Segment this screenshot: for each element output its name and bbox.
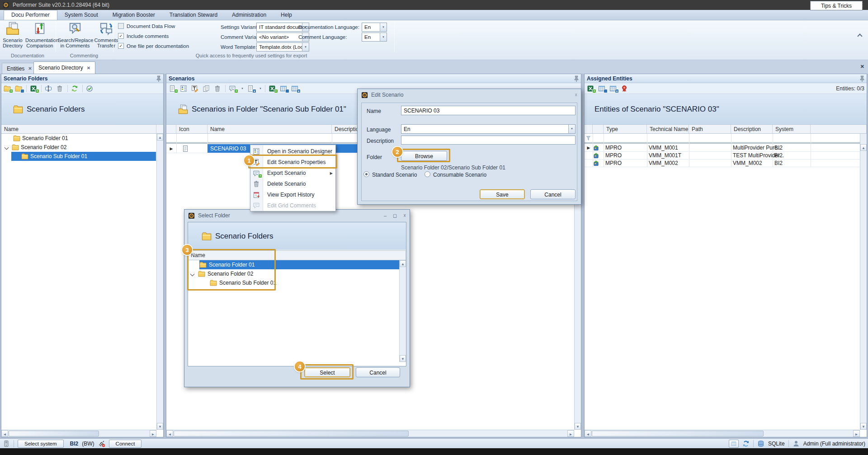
export-excel-button[interactable]: + (587, 84, 595, 92)
tree-item-scenario-folder-01[interactable]: Scenario Folder 01 (1, 134, 156, 143)
chevron-down-icon[interactable]: ▼ (302, 43, 309, 51)
technical-name-column-header[interactable]: Technical Name (647, 125, 689, 133)
vertical-scrollbar[interactable]: ▲ ▼ (860, 134, 867, 430)
tips-and-tricks-button[interactable]: Tips & Tricks (810, 1, 863, 10)
entity-row[interactable]: MPRO VMM_M002 VMM_M002 BI2 (585, 159, 860, 167)
chevron-down-icon[interactable]: ▼ (259, 87, 262, 90)
tab-migration-booster[interactable]: Migration Booster (105, 10, 162, 20)
rename-folder-button[interactable] (45, 84, 53, 92)
menu-open-in-scenario-designer[interactable]: Open in Scenario Designer (250, 146, 335, 157)
validate-button[interactable] (86, 84, 94, 92)
cancel-button[interactable]: Cancel (530, 189, 576, 199)
documentation-comparison-button[interactable]: Documentation Comparison (25, 22, 54, 48)
name-input[interactable]: SCENARIO 03 (401, 106, 576, 115)
scroll-right-icon[interactable]: ► (853, 430, 860, 437)
name-column-header[interactable]: Name (188, 251, 406, 260)
expand-chevron-icon[interactable] (190, 272, 195, 276)
export-comments-button[interactable]: + (229, 84, 237, 92)
expand-chevron-icon[interactable] (5, 145, 9, 150)
scrollbar-thumb[interactable] (592, 431, 764, 436)
pin-icon[interactable] (155, 75, 162, 82)
scroll-up-icon[interactable]: ▲ (400, 260, 406, 267)
dialog-tree-item-scenario-folder-01[interactable]: Scenario Folder 01 (199, 260, 400, 269)
checkbox-document-data-flow[interactable]: Document Data Flow (118, 23, 175, 29)
documentation-language-select[interactable]: En ▼ (362, 23, 387, 32)
tab-translation-steward[interactable]: Translation Steward (162, 10, 225, 20)
entity-row[interactable]: MPRO VMM_M001T TEST MultiProvider... BI2 (585, 152, 860, 159)
scenario-directory-button[interactable]: Scenario Directory (1, 22, 24, 48)
scroll-right-icon[interactable]: ► (567, 430, 574, 437)
delete-folder-button[interactable] (56, 84, 64, 92)
edit-scenario-titlebar[interactable]: Edit Scenario ☓ (358, 89, 581, 101)
pin-icon[interactable] (573, 75, 580, 82)
standard-scenario-label[interactable]: Standard Scenario (372, 172, 417, 178)
select-system-button[interactable]: Select system (18, 440, 64, 448)
menu-view-export-history[interactable]: View Export History (250, 189, 335, 200)
filter-row[interactable] (585, 134, 860, 144)
close-document-icon[interactable]: ✕ (860, 64, 864, 70)
system-column-header[interactable]: System (773, 125, 811, 133)
chevron-down-icon[interactable]: ▼ (568, 125, 575, 133)
description-column-header[interactable]: Description (731, 125, 773, 133)
duplicate-scenario-button[interactable] (203, 84, 211, 92)
refresh-button[interactable] (71, 84, 79, 92)
checkbox-include-comments[interactable]: ✓ Include comments (118, 33, 169, 39)
scrollbar-thumb[interactable] (9, 431, 99, 436)
vertical-scrollbar[interactable]: ▲ ▼ (156, 134, 163, 430)
scroll-up-icon[interactable]: ▲ (860, 144, 867, 151)
close-tab-icon[interactable]: ✕ (87, 66, 90, 70)
scroll-up-icon[interactable]: ▲ (157, 134, 163, 141)
close-icon[interactable]: ☓ (403, 213, 406, 219)
name-column-header[interactable]: Name (208, 125, 332, 133)
close-tab-icon[interactable]: ✕ (28, 66, 32, 71)
export-document-button[interactable]: ▾ (247, 84, 255, 92)
chevron-down-icon[interactable]: ▼ (380, 33, 387, 41)
consumable-scenario-radio[interactable] (425, 171, 430, 177)
transfer-grid-button[interactable]: ▾ (609, 84, 618, 92)
path-column-header[interactable]: Path (689, 125, 731, 133)
cancel-button[interactable]: Cancel (356, 367, 400, 377)
scroll-left-icon[interactable]: ◄ (166, 430, 173, 437)
transfer-grid-button[interactable]: ▾ (291, 84, 299, 92)
dialog-tree-item-scenario-sub-folder-01[interactable]: Scenario Sub Folder 01 (184, 278, 400, 287)
browse-button[interactable]: Browse (401, 151, 447, 161)
minimize-icon[interactable]: – (384, 213, 387, 219)
sync-icon[interactable] (742, 440, 750, 447)
save-folder-button[interactable] (15, 84, 23, 92)
description-input[interactable] (401, 136, 576, 145)
scroll-left-icon[interactable]: ◄ (1, 430, 8, 437)
add-scenario-button[interactable]: + (169, 84, 177, 92)
remove-assignment-button[interactable] (621, 84, 629, 92)
menu-export-scenario[interactable]: + Export Scenario ▶ (250, 168, 335, 178)
tree-item-scenario-folder-02[interactable]: Scenario Folder 02 (1, 143, 156, 152)
save-grid-button[interactable] (598, 84, 606, 92)
chevron-down-icon[interactable]: ▼ (241, 87, 244, 90)
entity-row[interactable]: ▶ MPRO VMM_M001 MultiProvider Purc... BI… (585, 144, 860, 152)
horizontal-scrollbar[interactable]: ◄ ► (585, 430, 860, 437)
doc-tab-entities[interactable]: Entities ✕ (2, 63, 37, 74)
tab-administration[interactable]: Administration (225, 10, 274, 20)
checkbox-one-file-per-doc[interactable]: ✓ One file per documentation (118, 43, 189, 49)
save-button[interactable]: Save (480, 189, 525, 199)
tab-help[interactable]: Help (274, 10, 299, 20)
tab-system-scout[interactable]: System Scout (57, 10, 105, 20)
log-button[interactable] (729, 440, 739, 448)
select-button[interactable]: Select (304, 367, 350, 377)
pin-icon[interactable] (859, 75, 866, 82)
menu-delete-scenario[interactable]: Delete Scenario (250, 178, 335, 189)
export-excel-button[interactable]: + (30, 84, 38, 92)
dialog-tree-item-scenario-folder-02[interactable]: Scenario Folder 02 (184, 269, 400, 278)
open-scenario-designer-button[interactable] (180, 84, 188, 92)
scrollbar-thumb[interactable] (174, 431, 409, 436)
edit-scenario-properties-button[interactable] (191, 84, 199, 92)
scroll-down-icon[interactable]: ▼ (860, 423, 867, 430)
scroll-down-icon[interactable]: ▼ (157, 423, 163, 430)
export-excel-button[interactable]: + (269, 84, 277, 92)
add-folder-button[interactable]: + (4, 84, 12, 92)
doc-tab-scenario-directory[interactable]: Scenario Directory ✕ (33, 61, 95, 74)
horizontal-scrollbar[interactable]: ◄ ► (1, 430, 156, 437)
search-replace-comments-button[interactable]: Search/Replace in Comments (58, 22, 92, 48)
tree-item-scenario-sub-folder-01[interactable]: Scenario Sub Folder 01 (11, 152, 156, 161)
close-icon[interactable]: ☓ (575, 92, 577, 98)
delete-scenario-button[interactable] (214, 84, 222, 92)
